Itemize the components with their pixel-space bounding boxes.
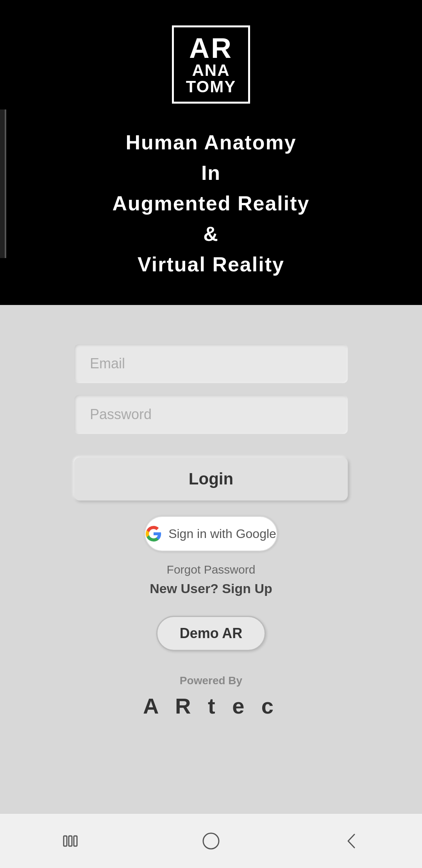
tagline-line4: & [203,222,219,245]
password-field[interactable] [74,395,348,434]
svg-rect-2 [74,836,77,846]
recent-apps-button[interactable] [55,825,86,857]
tagline-line2: In [201,161,221,184]
logo-ana-text: ANA [192,62,230,79]
login-button[interactable]: Login [74,457,348,500]
home-button[interactable] [195,825,227,857]
artec-brand: A R t e c [143,693,279,719]
tagline-line3: Augmented Reality [113,192,310,215]
bottom-nav-bar [0,813,422,868]
email-field[interactable] [74,344,348,383]
svg-rect-0 [64,836,67,846]
svg-point-3 [203,833,219,849]
hero-section: AR ANA TOMY Human Anatomy In Augmented R… [0,0,422,305]
back-icon [342,831,361,851]
signup-link[interactable]: New User? Sign Up [150,581,272,596]
powered-by-text: Powered By [180,674,242,687]
home-icon [201,831,221,851]
back-button[interactable] [336,825,367,857]
recent-apps-icon [61,831,80,851]
demo-ar-button[interactable]: Demo AR [156,616,266,651]
google-icon [146,526,161,542]
tagline-line5: Virtual Reality [138,253,284,276]
hero-tagline: Human Anatomy In Augmented Reality & Vir… [113,127,310,280]
google-signin-label: Sign in with Google [168,527,276,541]
svg-rect-1 [69,836,72,846]
app-logo: AR ANA TOMY [172,25,250,104]
logo-ar-text: AR [189,34,233,62]
form-section: Login Sign in with Google Forgot Passwor… [0,305,422,813]
tagline-line1: Human Anatomy [125,131,296,154]
logo-tomy-text: TOMY [186,79,236,95]
forgot-password-link[interactable]: Forgot Password [167,563,256,576]
google-signin-button[interactable]: Sign in with Google [145,516,277,551]
